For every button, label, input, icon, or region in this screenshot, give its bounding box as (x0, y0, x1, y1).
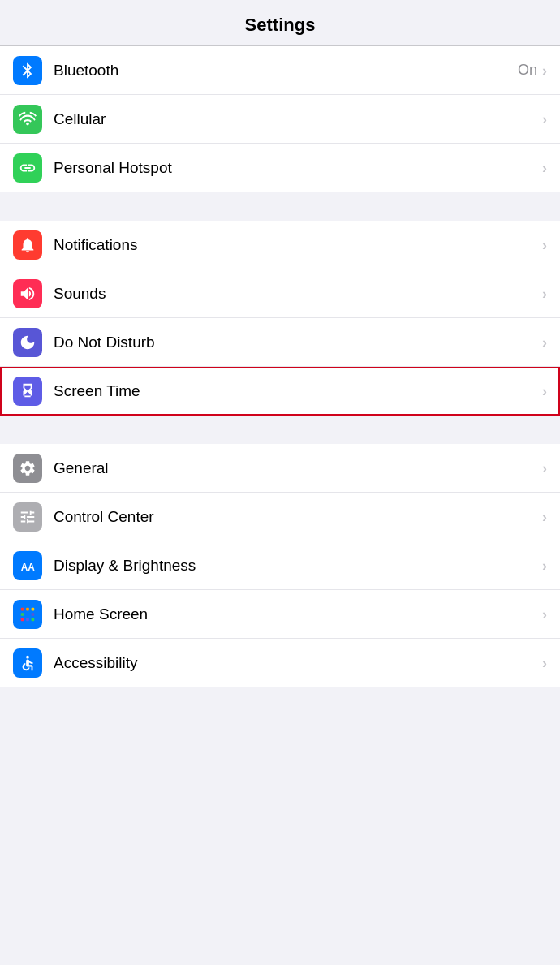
svg-rect-9 (32, 618, 35, 621)
settings-item-screen-time[interactable]: Screen Time › (0, 367, 560, 416)
display-brightness-label: Display & Brightness (54, 557, 542, 575)
control-center-label: Control Center (54, 508, 542, 526)
sounds-icon (19, 285, 37, 303)
screentime-icon-wrapper (13, 377, 42, 406)
general-icon-wrapper (13, 454, 42, 483)
home-screen-chevron: › (542, 607, 547, 622)
display-brightness-chevron: › (542, 558, 547, 573)
accessibility-label: Accessibility (54, 654, 542, 672)
svg-rect-8 (26, 618, 29, 621)
control-center-chevron: › (542, 510, 547, 524)
sounds-chevron: › (542, 286, 547, 301)
cellular-icon-wrapper (13, 105, 42, 134)
bluetooth-chevron: › (542, 63, 547, 78)
section-system: General › Control Center › AA Display & … (0, 444, 560, 687)
control-center-icon-wrapper (13, 502, 42, 532)
general-icon (19, 459, 37, 477)
dnd-icon (19, 334, 37, 351)
svg-rect-5 (26, 613, 29, 616)
header: Settings (0, 0, 560, 46)
notifications-label: Notifications (54, 236, 542, 254)
sounds-label: Sounds (54, 285, 542, 303)
dnd-icon-wrapper (13, 328, 42, 357)
section-connectivity: Bluetooth On › Cellular › Personal Hotsp… (0, 46, 560, 192)
personal-hotspot-chevron: › (542, 161, 547, 175)
settings-item-sounds[interactable]: Sounds › (0, 269, 560, 318)
hotspot-icon (19, 159, 37, 177)
svg-rect-2 (26, 607, 29, 610)
notifications-chevron: › (542, 238, 547, 252)
svg-rect-1 (21, 607, 24, 610)
do-not-disturb-chevron: › (542, 335, 547, 350)
control-center-icon (19, 508, 37, 526)
settings-item-display-brightness[interactable]: AA Display & Brightness › (0, 541, 560, 590)
svg-rect-7 (21, 618, 24, 621)
page-title: Settings (245, 15, 316, 35)
section-gap-1 (0, 192, 560, 221)
home-screen-label: Home Screen (54, 605, 542, 623)
settings-item-personal-hotspot[interactable]: Personal Hotspot › (0, 144, 560, 192)
svg-rect-3 (32, 607, 35, 610)
settings-item-do-not-disturb[interactable]: Do Not Disturb › (0, 318, 560, 367)
notifications-icon (19, 236, 37, 254)
screentime-icon (19, 382, 37, 400)
svg-rect-6 (32, 613, 35, 616)
bluetooth-label: Bluetooth (54, 62, 518, 80)
home-screen-icon-wrapper (13, 600, 42, 629)
cellular-icon (19, 110, 37, 128)
personal-hotspot-label: Personal Hotspot (54, 159, 542, 177)
settings-item-general[interactable]: General › (0, 444, 560, 493)
display-icon-wrapper: AA (13, 551, 42, 580)
section-alerts: Notifications › Sounds › Do Not Disturb … (0, 221, 560, 416)
screen-time-chevron: › (542, 384, 547, 398)
accessibility-icon-wrapper (13, 648, 42, 678)
general-label: General (54, 459, 542, 477)
section-gap-2 (0, 416, 560, 444)
bluetooth-value: On (518, 62, 537, 79)
settings-item-control-center[interactable]: Control Center › (0, 493, 560, 541)
accessibility-icon (19, 654, 37, 672)
cellular-label: Cellular (54, 110, 542, 128)
settings-item-notifications[interactable]: Notifications › (0, 221, 560, 269)
settings-item-accessibility[interactable]: Accessibility › (0, 639, 560, 687)
svg-point-10 (26, 656, 29, 659)
cellular-chevron: › (542, 112, 547, 127)
notifications-icon-wrapper (13, 230, 42, 260)
svg-rect-4 (21, 613, 24, 616)
accessibility-chevron: › (542, 656, 547, 670)
settings-item-cellular[interactable]: Cellular › (0, 95, 560, 144)
svg-text:AA: AA (21, 561, 36, 572)
sounds-icon-wrapper (13, 279, 42, 308)
bluetooth-icon (19, 62, 37, 80)
screen-time-label: Screen Time (54, 382, 542, 400)
general-chevron: › (542, 461, 547, 476)
home-screen-icon (19, 605, 37, 623)
do-not-disturb-label: Do Not Disturb (54, 334, 542, 351)
hotspot-icon-wrapper (13, 153, 42, 183)
settings-item-bluetooth[interactable]: Bluetooth On › (0, 46, 560, 95)
bluetooth-icon-wrapper (13, 56, 42, 85)
settings-item-home-screen[interactable]: Home Screen › (0, 590, 560, 639)
display-icon: AA (19, 557, 37, 575)
